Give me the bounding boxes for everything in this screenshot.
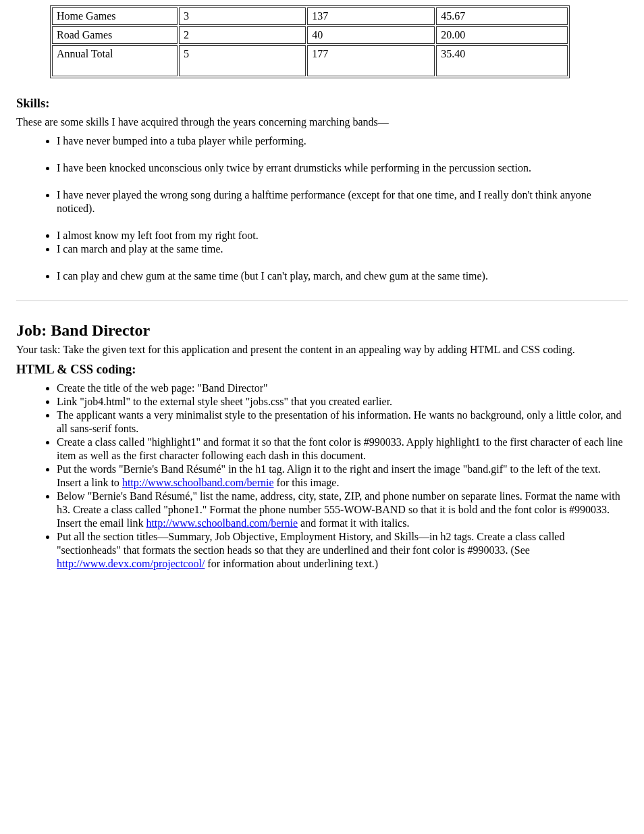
skills-intro: These are some skills I have acquired th… [16, 115, 628, 129]
list-item: I have been knocked unconscious only twi… [57, 161, 628, 188]
schoolband-link-2[interactable]: http://www.schoolband.com/bernie [146, 517, 298, 529]
skills-heading: Skills: [16, 96, 628, 111]
list-item: I have never played the wrong song durin… [57, 188, 628, 229]
skills-list: I have never bumped into a tuba player w… [30, 134, 628, 283]
cell: Home Games [52, 7, 178, 25]
list-item: I can march and play at the same time. [57, 242, 628, 269]
text: and format it with italics. [298, 517, 409, 529]
devx-link[interactable]: http://www.devx.com/projectcool/ [57, 558, 205, 569]
job-heading: Job: Band Director [16, 320, 628, 340]
cell: Road Games [52, 26, 178, 44]
list-item: I have never bumped into a tuba player w… [57, 134, 628, 161]
table-row: Home Games 3 137 45.67 [52, 7, 568, 25]
list-item: Put the words "Bernie's Band Résumé" in … [57, 463, 628, 490]
list-item: I almost know my left foot from my right… [57, 229, 628, 242]
cell: 2 [179, 26, 306, 44]
coding-list: Create the title of the web page: "Band … [30, 382, 628, 571]
list-item: Put all the section titles—Summary, Job … [57, 530, 628, 571]
coding-heading: HTML & CSS coding: [16, 362, 628, 377]
cell: 35.40 [436, 45, 568, 76]
text: for this image. [274, 477, 340, 488]
list-item: Below "Bernie's Band Résumé," list the n… [57, 490, 628, 530]
text: for information about underlining text.) [205, 558, 378, 569]
schoolband-link-1[interactable]: http://www.schoolband.com/bernie [122, 477, 274, 488]
table-row: Annual Total 5 177 35.40 [52, 45, 568, 76]
cell: 45.67 [436, 7, 568, 25]
table-row: Road Games 2 40 20.00 [52, 26, 568, 44]
cell: 137 [307, 7, 435, 25]
stats-table: Home Games 3 137 45.67 Road Games 2 40 2… [50, 5, 570, 78]
list-item: The applicant wants a very minimalist st… [57, 409, 628, 436]
cell: Annual Total [52, 45, 178, 76]
cell: 177 [307, 45, 435, 76]
list-item: Link "job4.html" to the external style s… [57, 395, 628, 409]
cell: 3 [179, 7, 306, 25]
list-item: Create the title of the web page: "Band … [57, 382, 628, 395]
list-item: I can play and chew gum at the same time… [57, 269, 628, 283]
cell: 40 [307, 26, 435, 44]
list-item: Create a class called "highlight1" and f… [57, 436, 628, 463]
job-task: Your task: Take the given text for this … [16, 343, 628, 357]
cell: 20.00 [436, 26, 568, 44]
cell: 5 [179, 45, 306, 76]
text: Put all the section titles—Summary, Job … [57, 531, 564, 556]
divider [16, 301, 628, 301]
